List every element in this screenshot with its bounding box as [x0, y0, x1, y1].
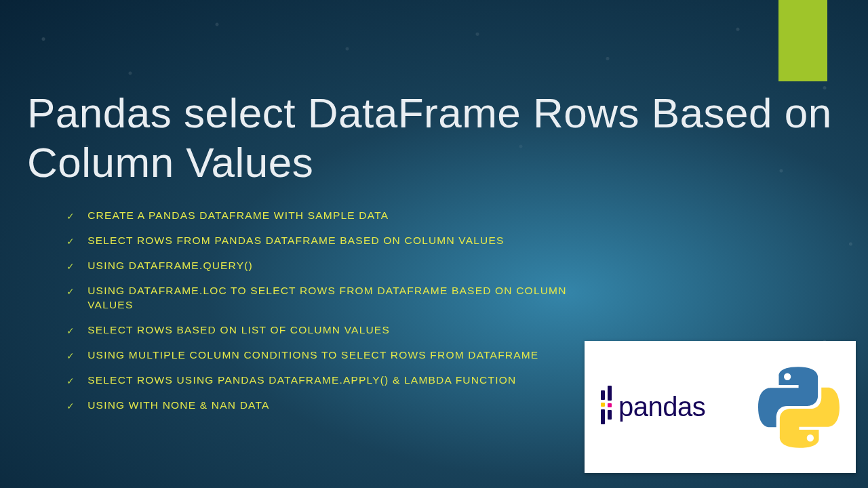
check-icon: ✓: [66, 375, 75, 388]
check-icon: ✓: [66, 260, 75, 273]
check-icon: ✓: [66, 325, 75, 338]
check-icon: ✓: [66, 210, 75, 223]
check-icon: ✓: [66, 350, 75, 363]
list-item-text: SELECT ROWS FROM PANDAS DATAFRAME BASED …: [87, 234, 504, 248]
list-item-text: USING MULTIPLE COLUMN CONDITIONS TO SELE…: [87, 348, 538, 363]
list-item-text: SELECT ROWS USING PANDAS DATAFRAME.APPLY…: [87, 373, 516, 388]
list-item: ✓USING DATAFRAME.LOC TO SELECT ROWS FROM…: [66, 284, 582, 312]
list-item-text: SELECT ROWS BASED ON LIST OF COLUMN VALU…: [87, 323, 390, 338]
pandas-wordmark: pandas: [618, 392, 705, 422]
list-item-text: USING DATAFRAME.LOC TO SELECT ROWS FROM …: [87, 284, 582, 312]
list-item-text: USING DATAFRAME.QUERY(): [87, 259, 253, 273]
list-item: ✓SELECT ROWS USING PANDAS DATAFRAME.APPL…: [66, 373, 582, 388]
list-item: ✓USING WITH NONE & NAN DATA: [66, 399, 582, 413]
python-logo-icon: [758, 367, 840, 448]
accent-tab: [778, 0, 827, 81]
pandas-mark-icon: [601, 390, 612, 424]
list-item: ✓USING MULTIPLE COLUMN CONDITIONS TO SEL…: [66, 348, 582, 363]
pandas-logo: pandas: [601, 390, 705, 424]
list-item-text: CREATE A PANDAS DATAFRAME WITH SAMPLE DA…: [87, 209, 389, 223]
check-icon: ✓: [66, 235, 75, 248]
check-icon: ✓: [66, 285, 75, 298]
list-item: ✓ SELECT ROWS BASED ON LIST OF COLUMN VA…: [66, 323, 582, 338]
logo-card: pandas: [585, 341, 856, 473]
list-item: ✓SELECT ROWS FROM PANDAS DATAFRAME BASED…: [66, 234, 582, 248]
list-item-text: USING WITH NONE & NAN DATA: [87, 399, 269, 413]
bullet-list: ✓CREATE A PANDAS DATAFRAME WITH SAMPLE D…: [66, 209, 582, 412]
check-icon: ✓: [66, 400, 75, 413]
list-item: ✓USING DATAFRAME.QUERY(): [66, 259, 582, 273]
slide-title: Pandas select DataFrame Rows Based on Co…: [27, 88, 841, 187]
list-item: ✓CREATE A PANDAS DATAFRAME WITH SAMPLE D…: [66, 209, 582, 223]
